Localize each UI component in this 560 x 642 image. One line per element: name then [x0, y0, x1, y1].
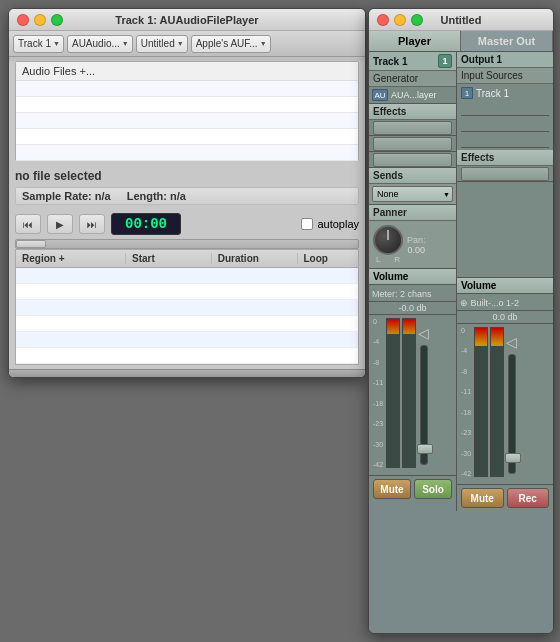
main-area: Audio Files +... no file selected Sample… — [9, 61, 365, 377]
mute-button-master[interactable]: Mute — [461, 488, 504, 508]
input-source-name: Track 1 — [476, 88, 509, 99]
time-display: 00:00 — [111, 213, 181, 235]
right-effects-row-1[interactable] — [457, 166, 553, 182]
track-name: Track 1 — [373, 56, 407, 67]
pan-l-label: L — [376, 255, 380, 264]
right-window: Untitled Player Master Out Track 1 1 Gen… — [368, 8, 554, 634]
region-row[interactable] — [16, 284, 358, 300]
region-header: Region + Start Duration Loop — [16, 250, 358, 268]
right-content: Track 1 1 Generator AU AUA...layer Effec… — [369, 52, 553, 511]
fader-handle-master[interactable] — [505, 453, 521, 463]
traffic-lights-right — [377, 14, 423, 26]
meter-scale-master: 0 -4 -8 -11 -18 -23 -30 -42 — [460, 327, 472, 477]
scroll-bar[interactable] — [15, 239, 359, 249]
close-button-right[interactable] — [377, 14, 389, 26]
effect-slot-item[interactable] — [373, 153, 452, 167]
region-col-name[interactable]: Region + — [16, 253, 126, 264]
file-row[interactable] — [16, 97, 358, 113]
apple-select[interactable]: Apple's AUF... — [191, 35, 271, 53]
generator-row: AU AUA...layer — [369, 87, 456, 104]
effect-slot-1[interactable] — [369, 120, 456, 136]
meter-overlay-master-R — [491, 346, 503, 476]
effect-slot-item[interactable] — [373, 121, 452, 135]
effect-slot-2[interactable] — [369, 136, 456, 152]
region-row[interactable] — [16, 316, 358, 332]
maximize-button-right[interactable] — [411, 14, 423, 26]
meter-overlay-L — [387, 334, 399, 467]
fader-handle-track[interactable] — [417, 444, 433, 454]
fader-arrow-track[interactable]: ◁ — [418, 325, 429, 341]
minimize-button-left[interactable] — [34, 14, 46, 26]
effect-slot-item[interactable] — [373, 137, 452, 151]
file-row[interactable] — [16, 129, 358, 145]
track-select[interactable]: Track 1 — [13, 35, 64, 53]
effects-label-master: Effects — [457, 150, 553, 166]
sends-select[interactable]: None — [372, 186, 453, 202]
rec-button-master[interactable]: Rec — [507, 488, 550, 508]
panner-label: Panner — [369, 205, 456, 221]
pan-knob[interactable] — [373, 225, 403, 255]
forward-button[interactable]: ⏭ — [79, 214, 105, 234]
solo-button[interactable]: Solo — [414, 479, 452, 499]
close-button-left[interactable] — [17, 14, 29, 26]
sends-label: Sends — [369, 168, 456, 184]
file-row[interactable] — [16, 81, 358, 97]
meter-overlay-master-L — [475, 346, 487, 476]
fader-track-master[interactable] — [508, 354, 516, 474]
transport-bar: ⏮ ▶ ⏭ 00:00 autoplay — [9, 209, 365, 239]
no-file-label: no file selected — [9, 165, 365, 187]
sample-rate-value: n/a — [95, 190, 111, 202]
tab-player[interactable]: Player — [369, 31, 461, 51]
fader-track-track[interactable] — [420, 345, 428, 465]
meter-overlay-R — [403, 334, 415, 467]
effect-slot-3[interactable] — [369, 152, 456, 168]
minimize-button-right[interactable] — [394, 14, 406, 26]
pan-value: 0.00 — [407, 245, 426, 255]
volume-meter-track: 0 -4 -8 -11 -18 -23 -30 -42 — [369, 315, 456, 475]
input-source-badge: 1 — [461, 87, 473, 99]
fader-arrow-master[interactable]: ◁ — [506, 334, 517, 350]
length-label: Length: — [127, 190, 167, 202]
region-row[interactable] — [16, 348, 358, 364]
mute-button[interactable]: Mute — [373, 479, 411, 499]
region-row[interactable] — [16, 300, 358, 316]
pan-lr: L R — [373, 255, 403, 264]
region-row[interactable] — [16, 332, 358, 348]
play-button[interactable]: ▶ — [47, 214, 73, 234]
track-badge: 1 — [438, 54, 452, 68]
fader-area-master: ◁ — [506, 327, 517, 481]
input-sources-label: Input Sources — [457, 68, 553, 84]
file-row[interactable] — [16, 145, 358, 161]
file-row[interactable] — [16, 113, 358, 129]
volume-meter-master: 0 -4 -8 -11 -18 -23 -30 -42 ◁ — [457, 324, 553, 484]
file-list-rows — [16, 81, 358, 161]
rewind-button[interactable]: ⏮ — [15, 214, 41, 234]
tab-master-out[interactable]: Master Out — [461, 31, 553, 51]
traffic-lights-left — [17, 14, 63, 26]
meter-info-text: Meter: 2 chans — [372, 289, 432, 299]
right-titlebar: Untitled — [369, 9, 553, 31]
untitled-select[interactable]: Untitled — [136, 35, 188, 53]
master-volume-info: ⊕ Built-...o 1-2 — [457, 294, 553, 311]
master-spacer — [457, 182, 553, 278]
master-volume-info-text: ⊕ Built-...o 1-2 — [460, 298, 519, 308]
effects-section — [369, 120, 456, 168]
effects-label-track: Effects — [369, 104, 456, 120]
master-effect-slot[interactable] — [461, 167, 549, 181]
maximize-button-left[interactable] — [51, 14, 63, 26]
resize-handle[interactable] — [9, 369, 365, 377]
file-list-area: Audio Files +... — [15, 61, 359, 161]
volume-label-track: Volume — [369, 269, 456, 285]
region-list: Region + Start Duration Loop — [15, 249, 359, 365]
meter-bar-master-L — [474, 327, 488, 477]
fader-area-track: ◁ — [418, 318, 429, 472]
region-row[interactable] — [16, 268, 358, 284]
generator-name[interactable]: AUA...layer — [391, 90, 453, 100]
au-select[interactable]: AUAudio... — [67, 35, 133, 53]
scroll-thumb[interactable] — [16, 240, 46, 248]
meter-info-track: Meter: 2 chans — [369, 285, 456, 302]
autoplay-checkbox[interactable] — [301, 218, 313, 230]
pan-r-label: R — [394, 255, 400, 264]
file-list-header[interactable]: Audio Files +... — [16, 62, 358, 81]
sample-rate-label: Sample Rate: — [22, 190, 92, 202]
